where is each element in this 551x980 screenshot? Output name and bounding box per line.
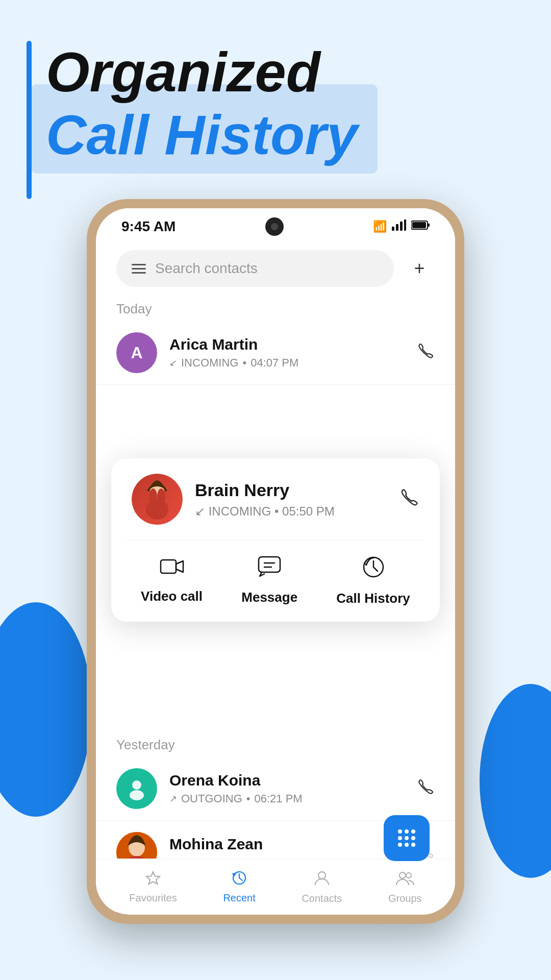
avatar-arica: A <box>116 332 157 373</box>
popup-call-type: INCOMING <box>209 504 271 518</box>
popup-arrow: ↙ <box>195 504 209 518</box>
today-label: Today <box>96 296 455 321</box>
avatar-brain-nerry <box>132 474 183 525</box>
video-call-icon <box>160 556 184 581</box>
svg-rect-5 <box>428 224 430 227</box>
battery-icon <box>411 220 430 233</box>
contact-name-mohina: Mohina Zean <box>169 836 405 853</box>
call-item-orena[interactable]: Orena Koina ↗ OUTGOING • 06:21 PM <box>96 757 455 821</box>
phone-icon-popup[interactable] <box>400 487 419 511</box>
nav-item-contacts[interactable]: Contacts <box>302 870 342 904</box>
svg-rect-0 <box>392 227 394 231</box>
menu-icon <box>132 264 146 274</box>
svg-marker-25 <box>146 872 160 884</box>
popup-actions: Video call Message <box>111 541 440 622</box>
phone-icon-arica[interactable] <box>417 342 435 363</box>
bg-decoration-left <box>0 602 92 817</box>
phone-icon-orena[interactable] <box>417 778 435 799</box>
svg-rect-6 <box>412 222 426 228</box>
avatar-orena <box>116 768 157 809</box>
nav-item-favourites[interactable]: Favourites <box>129 870 177 904</box>
status-bar: 9:45 AM 📶 <box>96 208 455 241</box>
camera-icon <box>265 217 284 236</box>
call-type-arica: INCOMING <box>181 356 238 370</box>
recent-icon <box>232 870 247 889</box>
svg-point-29 <box>406 873 411 878</box>
svg-point-10 <box>157 488 165 505</box>
svg-point-9 <box>149 488 157 505</box>
svg-point-28 <box>399 872 406 878</box>
add-button[interactable]: + <box>404 253 435 284</box>
call-info-arica: Arica Martin ↙ INCOMING • 04:07 PM <box>169 336 405 370</box>
nav-label-favourites: Favourites <box>129 892 177 904</box>
svg-rect-11 <box>161 560 176 573</box>
signal-icon <box>392 219 406 234</box>
call-type-orena: OUTGOING <box>181 792 242 805</box>
star-icon <box>145 870 161 889</box>
contact-name-arica: Arica Martin <box>169 336 405 353</box>
phone-screen: 9:45 AM 📶 <box>96 208 455 915</box>
nav-label-recent: Recent <box>223 892 255 904</box>
status-icons: 📶 <box>373 219 430 234</box>
call-detail-orena: ↗ OUTGOING • 06:21 PM <box>169 792 405 805</box>
search-bar-container: Search contacts + <box>96 241 455 296</box>
bottom-nav: Favourites Recent <box>96 859 455 915</box>
svg-point-8 <box>146 499 168 520</box>
popup-card: Brain Nerry ↙ INCOMING • 05:50 PM <box>111 458 440 622</box>
popup-action-callhistory[interactable]: Call History <box>336 556 410 606</box>
dial-grid-icon <box>398 829 415 847</box>
video-call-label: Video call <box>141 589 203 604</box>
svg-rect-3 <box>404 219 406 231</box>
svg-point-27 <box>318 872 325 879</box>
header-accent-bar <box>27 41 32 199</box>
status-time: 9:45 AM <box>121 218 176 235</box>
contacts-icon <box>314 870 330 890</box>
call-history-icon <box>362 556 385 583</box>
header-section: Organized Call History <box>0 0 551 188</box>
yesterday-label: Yesterday <box>96 732 455 757</box>
search-placeholder: Search contacts <box>155 260 258 277</box>
popup-call-info: Brain Nerry ↙ INCOMING • 05:50 PM <box>195 480 388 519</box>
header-title-organized: Organized <box>31 41 520 103</box>
nav-item-recent[interactable]: Recent <box>223 870 255 904</box>
phone-frame: 9:45 AM 📶 <box>87 199 464 924</box>
popup-contact-row: Brain Nerry ↙ INCOMING • 05:50 PM <box>111 458 440 540</box>
popup-dot: • <box>274 504 282 518</box>
call-info-orena: Orena Koina ↗ OUTGOING • 06:21 PM <box>169 772 405 805</box>
nav-label-groups: Groups <box>388 893 422 904</box>
call-history-label: Call History <box>336 591 410 606</box>
svg-rect-2 <box>400 222 403 231</box>
popup-call-time: 05:50 PM <box>282 504 335 518</box>
call-time-arica: 04:07 PM <box>251 356 298 370</box>
svg-rect-12 <box>259 557 280 572</box>
header-title-callhistory: Call History <box>31 103 520 167</box>
search-bar[interactable]: Search contacts <box>116 250 394 287</box>
nav-item-groups[interactable]: Groups <box>388 870 422 904</box>
message-label: Message <box>241 590 297 605</box>
wifi-icon: 📶 <box>373 220 387 233</box>
popup-contact-name: Brain Nerry <box>195 480 388 500</box>
call-item-arica[interactable]: A Arica Martin ↙ INCOMING • 04:07 PM <box>96 321 455 385</box>
call-detail-arica: ↙ INCOMING • 04:07 PM <box>169 356 405 370</box>
incoming-arrow-arica: ↙ <box>169 357 177 369</box>
svg-point-17 <box>130 790 144 800</box>
call-time-orena: 06:21 PM <box>254 792 302 805</box>
groups-icon <box>396 870 414 890</box>
bg-decoration-right <box>480 684 551 878</box>
popup-call-detail: ↙ INCOMING • 05:50 PM <box>195 504 388 519</box>
dial-button[interactable] <box>384 815 430 861</box>
popup-action-video[interactable]: Video call <box>141 556 203 606</box>
separator: • <box>242 356 246 370</box>
phone-mockup: 9:45 AM 📶 <box>87 199 464 924</box>
contact-name-orena: Orena Koina <box>169 772 405 789</box>
popup-action-message[interactable]: Message <box>241 556 297 606</box>
nav-label-contacts: Contacts <box>302 893 342 904</box>
svg-rect-1 <box>396 224 398 231</box>
svg-point-16 <box>132 780 141 790</box>
separator2: • <box>246 792 251 805</box>
outgoing-arrow-orena: ↗ <box>169 793 177 804</box>
message-icon <box>258 556 281 582</box>
